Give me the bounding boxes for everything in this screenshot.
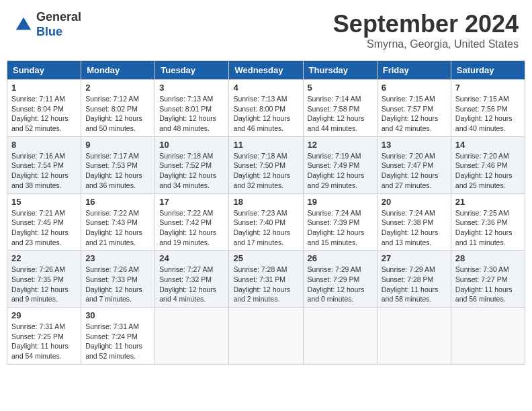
day-number: 1 xyxy=(11,83,77,93)
day-info: Sunrise: 7:22 AMSunset: 7:43 PMDaylight:… xyxy=(85,208,150,248)
calendar-day-cell: 30Sunrise: 7:31 AMSunset: 7:24 PMDayligh… xyxy=(81,308,155,365)
day-info: Sunrise: 7:18 AMSunset: 7:52 PMDaylight:… xyxy=(159,151,224,191)
logo-general: General xyxy=(36,10,81,25)
day-number: 26 xyxy=(308,253,373,263)
day-info: Sunrise: 7:31 AMSunset: 7:24 PMDaylight:… xyxy=(85,322,150,361)
day-info: Sunrise: 7:29 AMSunset: 7:29 PMDaylight:… xyxy=(308,265,373,304)
day-number: 7 xyxy=(455,83,521,93)
day-number: 30 xyxy=(85,310,150,320)
calendar-week-row: 1Sunrise: 7:11 AMSunset: 8:04 PMDaylight… xyxy=(7,80,525,137)
day-of-week-header: Thursday xyxy=(303,61,377,80)
day-info: Sunrise: 7:30 AMSunset: 7:27 PMDaylight:… xyxy=(455,265,521,304)
day-info: Sunrise: 7:24 AMSunset: 7:39 PMDaylight:… xyxy=(308,208,373,248)
day-info: Sunrise: 7:16 AMSunset: 7:54 PMDaylight:… xyxy=(11,151,77,191)
day-number: 21 xyxy=(455,197,521,207)
calendar-day-cell: 20Sunrise: 7:24 AMSunset: 7:38 PMDayligh… xyxy=(377,193,451,250)
day-number: 3 xyxy=(159,83,224,93)
calendar-day-cell: 13Sunrise: 7:20 AMSunset: 7:47 PMDayligh… xyxy=(377,136,451,193)
day-info: Sunrise: 7:26 AMSunset: 7:35 PMDaylight:… xyxy=(11,265,77,304)
day-number: 19 xyxy=(308,197,373,207)
day-number: 10 xyxy=(159,140,224,150)
day-number: 24 xyxy=(159,253,224,263)
calendar-day-cell xyxy=(303,308,377,365)
calendar-day-cell: 26Sunrise: 7:29 AMSunset: 7:29 PMDayligh… xyxy=(303,250,377,308)
logo-icon xyxy=(13,15,34,35)
day-number: 28 xyxy=(455,253,521,263)
calendar-day-cell: 22Sunrise: 7:26 AMSunset: 7:35 PMDayligh… xyxy=(7,250,81,308)
calendar-day-cell: 27Sunrise: 7:29 AMSunset: 7:28 PMDayligh… xyxy=(377,250,451,308)
day-of-week-header: Friday xyxy=(377,61,451,80)
calendar-day-cell: 18Sunrise: 7:23 AMSunset: 7:40 PMDayligh… xyxy=(229,193,303,250)
day-number: 8 xyxy=(11,140,77,150)
calendar-day-cell xyxy=(451,308,525,365)
calendar-day-cell: 4Sunrise: 7:13 AMSunset: 8:00 PMDaylight… xyxy=(229,80,303,137)
calendar-day-cell: 2Sunrise: 7:12 AMSunset: 8:02 PMDaylight… xyxy=(81,80,155,137)
subtitle: Smyrna, Georgia, United States xyxy=(333,38,519,50)
logo: General Blue xyxy=(13,10,81,39)
day-info: Sunrise: 7:20 AMSunset: 7:47 PMDaylight:… xyxy=(382,151,447,191)
calendar-day-cell xyxy=(229,308,303,365)
logo-blue: Blue xyxy=(36,25,81,40)
calendar-day-cell: 16Sunrise: 7:22 AMSunset: 7:43 PMDayligh… xyxy=(81,193,155,250)
calendar-day-cell: 10Sunrise: 7:18 AMSunset: 7:52 PMDayligh… xyxy=(155,136,229,193)
day-info: Sunrise: 7:13 AMSunset: 8:01 PMDaylight:… xyxy=(159,94,224,134)
day-number: 27 xyxy=(382,253,447,263)
day-info: Sunrise: 7:22 AMSunset: 7:42 PMDaylight:… xyxy=(159,208,224,248)
day-number: 11 xyxy=(233,140,298,150)
day-info: Sunrise: 7:12 AMSunset: 8:02 PMDaylight:… xyxy=(85,94,150,134)
day-of-week-header: Sunday xyxy=(7,61,81,80)
day-info: Sunrise: 7:15 AMSunset: 7:57 PMDaylight:… xyxy=(382,94,447,134)
day-number: 5 xyxy=(308,83,373,93)
calendar-day-cell: 3Sunrise: 7:13 AMSunset: 8:01 PMDaylight… xyxy=(155,80,229,137)
calendar-day-cell: 17Sunrise: 7:22 AMSunset: 7:42 PMDayligh… xyxy=(155,193,229,250)
calendar-day-cell: 11Sunrise: 7:18 AMSunset: 7:50 PMDayligh… xyxy=(229,136,303,193)
day-info: Sunrise: 7:24 AMSunset: 7:38 PMDaylight:… xyxy=(382,208,447,248)
day-info: Sunrise: 7:13 AMSunset: 8:00 PMDaylight:… xyxy=(233,94,298,134)
calendar-day-cell: 7Sunrise: 7:15 AMSunset: 7:56 PMDaylight… xyxy=(451,80,525,137)
calendar-week-row: 22Sunrise: 7:26 AMSunset: 7:35 PMDayligh… xyxy=(7,250,525,308)
calendar-day-cell: 8Sunrise: 7:16 AMSunset: 7:54 PMDaylight… xyxy=(7,136,81,193)
calendar-header-row: SundayMondayTuesdayWednesdayThursdayFrid… xyxy=(7,61,525,80)
day-number: 4 xyxy=(233,83,298,93)
day-number: 22 xyxy=(11,253,77,263)
calendar-week-row: 8Sunrise: 7:16 AMSunset: 7:54 PMDaylight… xyxy=(7,136,525,193)
day-info: Sunrise: 7:18 AMSunset: 7:50 PMDaylight:… xyxy=(233,151,298,191)
calendar-week-row: 15Sunrise: 7:21 AMSunset: 7:45 PMDayligh… xyxy=(7,193,525,250)
calendar-day-cell: 24Sunrise: 7:27 AMSunset: 7:32 PMDayligh… xyxy=(155,250,229,308)
calendar-day-cell: 14Sunrise: 7:20 AMSunset: 7:46 PMDayligh… xyxy=(451,136,525,193)
calendar-day-cell: 12Sunrise: 7:19 AMSunset: 7:49 PMDayligh… xyxy=(303,136,377,193)
day-of-week-header: Tuesday xyxy=(155,61,229,80)
day-number: 20 xyxy=(382,197,447,207)
day-info: Sunrise: 7:26 AMSunset: 7:33 PMDaylight:… xyxy=(85,265,150,304)
day-of-week-header: Monday xyxy=(81,61,155,80)
day-info: Sunrise: 7:25 AMSunset: 7:36 PMDaylight:… xyxy=(455,208,521,248)
day-of-week-header: Wednesday xyxy=(229,61,303,80)
svg-marker-0 xyxy=(16,17,32,30)
day-info: Sunrise: 7:20 AMSunset: 7:46 PMDaylight:… xyxy=(455,151,521,191)
title-block: September 2024 Smyrna, Georgia, United S… xyxy=(333,10,519,50)
day-number: 18 xyxy=(233,197,298,207)
page-header: General Blue September 2024 Smyrna, Geor… xyxy=(7,7,525,54)
calendar-day-cell xyxy=(377,308,451,365)
day-info: Sunrise: 7:14 AMSunset: 7:58 PMDaylight:… xyxy=(308,94,373,134)
calendar-day-cell: 25Sunrise: 7:28 AMSunset: 7:31 PMDayligh… xyxy=(229,250,303,308)
day-info: Sunrise: 7:15 AMSunset: 7:56 PMDaylight:… xyxy=(455,94,521,134)
day-info: Sunrise: 7:17 AMSunset: 7:53 PMDaylight:… xyxy=(85,151,150,191)
day-number: 15 xyxy=(11,197,77,207)
calendar-day-cell: 19Sunrise: 7:24 AMSunset: 7:39 PMDayligh… xyxy=(303,193,377,250)
calendar-day-cell: 5Sunrise: 7:14 AMSunset: 7:58 PMDaylight… xyxy=(303,80,377,137)
day-number: 29 xyxy=(11,310,77,320)
calendar-day-cell: 21Sunrise: 7:25 AMSunset: 7:36 PMDayligh… xyxy=(451,193,525,250)
day-number: 25 xyxy=(233,253,298,263)
calendar-day-cell: 28Sunrise: 7:30 AMSunset: 7:27 PMDayligh… xyxy=(451,250,525,308)
day-info: Sunrise: 7:29 AMSunset: 7:28 PMDaylight:… xyxy=(382,265,447,304)
day-info: Sunrise: 7:27 AMSunset: 7:32 PMDaylight:… xyxy=(159,265,224,304)
day-info: Sunrise: 7:28 AMSunset: 7:31 PMDaylight:… xyxy=(233,265,298,304)
day-number: 23 xyxy=(85,253,150,263)
calendar-day-cell: 1Sunrise: 7:11 AMSunset: 8:04 PMDaylight… xyxy=(7,80,81,137)
day-number: 2 xyxy=(85,83,150,93)
day-info: Sunrise: 7:19 AMSunset: 7:49 PMDaylight:… xyxy=(308,151,373,191)
day-info: Sunrise: 7:21 AMSunset: 7:45 PMDaylight:… xyxy=(11,208,77,248)
calendar-table: SundayMondayTuesdayWednesdayThursdayFrid… xyxy=(7,60,525,365)
logo-text: General Blue xyxy=(36,10,81,39)
